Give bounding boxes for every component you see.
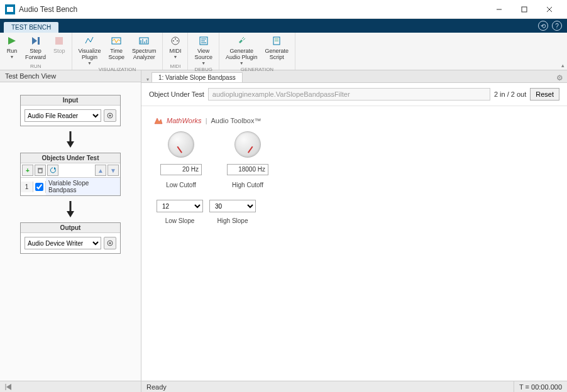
svg-marker-35: [67, 211, 74, 217]
objects-block-title: Objects Under Test: [21, 153, 120, 163]
status-bar: Ready T = 00:00.000: [0, 381, 567, 392]
doc-tab-1[interactable]: 1: Variable Slope Bandpass: [151, 72, 243, 82]
input-source-select[interactable]: Audio File Reader: [25, 109, 101, 122]
io-count: 2 in / 2 out: [494, 90, 526, 98]
run-button[interactable]: Run ▼: [3, 34, 21, 63]
title-bar: Audio Test Bench: [0, 0, 567, 19]
play-icon: [6, 35, 18, 46]
plugin-ui-area: MathWorks | Audio Toolbox™ 20 Hz Low Cut…: [141, 106, 567, 234]
row-enabled-checkbox[interactable]: [35, 183, 43, 191]
timescope-icon: [111, 35, 122, 46]
svg-rect-31: [38, 169, 42, 173]
delete-object-button[interactable]: [35, 165, 46, 176]
output-settings-button[interactable]: [104, 237, 116, 249]
chevron-down-icon: ▼: [10, 55, 14, 59]
group-gen-label: GENERATION: [222, 67, 292, 73]
view-source-button[interactable]: View Source ▼: [190, 34, 216, 67]
window-title: Audio Test Bench: [19, 5, 487, 14]
chevron-down-icon: ▼: [239, 61, 244, 65]
app-icon: [5, 4, 15, 14]
low-cutoff-knob[interactable]: [168, 131, 194, 158]
generate-script-button[interactable]: Generate Script: [261, 34, 293, 67]
group-midi-label: MIDI: [165, 63, 185, 70]
row-name: Variable Slope Bandpass: [46, 178, 120, 195]
step-forward-button[interactable]: Step Forward: [21, 34, 50, 63]
obj-under-test-label: Object Under Test: [149, 90, 204, 98]
high-slope-select[interactable]: 30: [209, 200, 256, 212]
chevron-down-icon: ▼: [173, 55, 177, 59]
svg-rect-6: [38, 37, 40, 45]
status-text: Ready: [141, 381, 514, 392]
input-settings-button[interactable]: [104, 109, 116, 122]
low-cutoff-label: Low Cutoff: [166, 182, 196, 188]
low-slope-label: Low Slope: [165, 217, 195, 224]
sync-icon[interactable]: ⟲: [538, 21, 548, 31]
group-viz-label: VISUALIZATION: [75, 67, 160, 73]
svg-point-17: [175, 38, 176, 40]
brand-mathworks: MathWorks: [167, 117, 202, 124]
input-block: Input Audio File Reader: [20, 95, 121, 126]
refresh-icon: [50, 167, 56, 173]
high-cutoff-knob[interactable]: [234, 131, 261, 158]
refresh-object-button[interactable]: [47, 165, 58, 176]
chevron-down-icon: ▼: [87, 61, 92, 65]
gear-icon: [106, 239, 114, 247]
svg-marker-38: [155, 118, 162, 124]
close-button[interactable]: [537, 1, 562, 18]
brand-toolbox: Audio Toolbox™: [211, 117, 261, 124]
output-block: Output Audio Device Writer: [20, 222, 121, 254]
obj-under-test-field[interactable]: [208, 88, 490, 101]
minimize-button[interactable]: [487, 1, 512, 18]
svg-marker-30: [67, 141, 74, 148]
step-icon: [30, 35, 41, 46]
reset-button[interactable]: Reset: [530, 88, 559, 101]
maximize-button[interactable]: [512, 1, 537, 18]
doc-settings-icon[interactable]: ⚙: [556, 74, 567, 82]
high-cutoff-label: High Cutoff: [232, 182, 263, 188]
document-panel: ▾ 1: Variable Slope Bandpass ⚙ Object Un…: [141, 70, 567, 381]
midi-button[interactable]: MIDI ▼: [165, 34, 185, 63]
output-sink-select[interactable]: Audio Device Writer: [25, 237, 101, 249]
status-rewind-cell[interactable]: [0, 381, 141, 392]
ribbon-tabstrip: TEST BENCH ⟲ ?: [0, 19, 567, 33]
high-cutoff-value[interactable]: 18000 Hz: [227, 164, 268, 175]
svg-rect-1: [522, 7, 527, 12]
tab-test-bench[interactable]: TEST BENCH: [4, 22, 58, 33]
low-slope-select[interactable]: 12: [157, 200, 203, 212]
time-scope-button[interactable]: Time Scope: [104, 34, 128, 67]
work-area: Test Bench View Input Audio File Reader …: [0, 70, 567, 381]
object-under-test-row: Object Under Test 2 in / 2 out Reset: [141, 83, 567, 106]
spectrum-analyzer-button[interactable]: Spectrum Analyzer: [128, 34, 160, 67]
rewind-icon: [5, 384, 11, 390]
svg-point-28: [109, 115, 111, 117]
svg-marker-4: [8, 37, 16, 45]
gear-icon: [106, 112, 114, 119]
group-debug-label: DEBUG: [190, 67, 216, 73]
high-slope-label: High Slope: [217, 217, 248, 224]
source-icon: [198, 35, 209, 46]
row-index: 1: [21, 182, 33, 192]
flow-arrow-icon: [65, 131, 75, 148]
svg-point-15: [173, 40, 174, 41]
test-bench-view-panel: Test Bench View Input Audio File Reader …: [0, 70, 141, 381]
generate-audio-plugin-button[interactable]: Generate Audio Plugin ▼: [222, 34, 261, 67]
script-icon: [271, 35, 282, 46]
move-down-button[interactable]: ▼: [107, 165, 119, 176]
trash-icon: [37, 167, 43, 173]
add-object-button[interactable]: +: [22, 165, 33, 176]
status-time: T = 00:00.000: [514, 381, 567, 392]
visualize-icon: [84, 35, 95, 46]
svg-point-14: [172, 37, 179, 45]
table-row[interactable]: 1 Variable Slope Bandpass: [21, 177, 120, 195]
svg-marker-5: [32, 37, 37, 45]
tab-list-dropdown[interactable]: ▾: [144, 77, 151, 82]
visualize-plugin-button[interactable]: Visualize Plugin ▼: [75, 34, 105, 67]
plug-icon: [236, 35, 247, 46]
move-up-button[interactable]: ▲: [95, 165, 106, 176]
stop-button: Stop: [50, 34, 69, 63]
svg-marker-39: [6, 384, 11, 390]
help-icon[interactable]: ?: [552, 21, 562, 31]
collapse-toolstrip-icon[interactable]: ▴: [561, 62, 564, 68]
group-run-label: RUN: [3, 63, 69, 70]
low-cutoff-value[interactable]: 20 Hz: [160, 164, 202, 175]
